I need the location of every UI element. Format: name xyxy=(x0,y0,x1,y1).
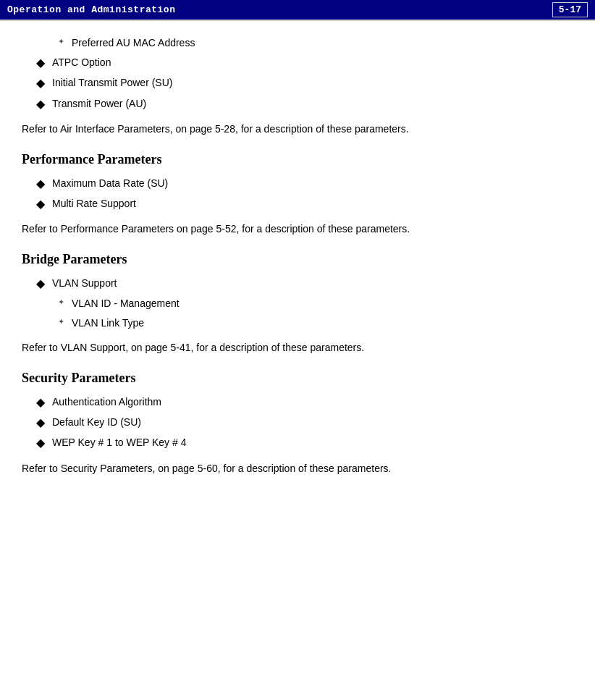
list-item: ◆ Default Key ID (SU) xyxy=(22,415,573,431)
sub-bullet-icon: ✦ xyxy=(58,35,64,49)
main-content: ✦ Preferred AU MAC Address ◆ ATPC Option… xyxy=(0,21,595,513)
bullet-text: VLAN Support xyxy=(52,276,117,291)
header-page: 5-17 xyxy=(552,2,588,17)
list-item: ◆ Multi Rate Support xyxy=(22,196,573,212)
bullet-icon: ◆ xyxy=(36,276,45,292)
sub-bullet-icon: ✦ xyxy=(58,296,64,309)
list-item: ✦ VLAN Link Type xyxy=(22,316,573,331)
bullet-icon: ◆ xyxy=(36,96,45,112)
bullet-text: Maximum Data Rate (SU) xyxy=(52,176,168,191)
bullet-text: Multi Rate Support xyxy=(52,196,136,211)
section-bridge: Bridge Parameters ◆ VLAN Support ✦ VLAN … xyxy=(22,252,573,356)
section-security: Security Parameters ◆ Authentication Alg… xyxy=(22,371,573,477)
header-title: Operation and Administration xyxy=(7,4,175,15)
refer-text-bridge: Refer to VLAN Support, on page 5-41, for… xyxy=(22,340,573,355)
section-heading-bridge: Bridge Parameters xyxy=(22,252,573,267)
bullet-icon: ◆ xyxy=(36,75,45,91)
list-item: ✦ VLAN ID - Management xyxy=(22,296,573,311)
list-item: ◆ VLAN Support xyxy=(22,276,573,292)
section-air-interface: ✦ Preferred AU MAC Address ◆ ATPC Option… xyxy=(22,35,573,138)
sub-bullet-text: VLAN Link Type xyxy=(72,316,144,331)
bullet-text: Default Key ID (SU) xyxy=(52,415,141,430)
bullet-icon: ◆ xyxy=(36,196,45,212)
bullet-text: ATPC Option xyxy=(52,55,111,70)
bullet-icon: ◆ xyxy=(36,435,45,451)
bullet-text: Transmit Power (AU) xyxy=(52,96,146,111)
refer-text-performance: Refer to Performance Parameters on page … xyxy=(22,221,573,237)
bullet-icon: ◆ xyxy=(36,415,45,431)
bullet-icon: ◆ xyxy=(36,395,45,410)
list-item: ✦ Preferred AU MAC Address xyxy=(22,35,573,51)
sub-bullet-icon: ✦ xyxy=(58,316,64,329)
bullet-text: Authentication Algorithm xyxy=(52,395,161,410)
bullet-text: WEP Key # 1 to WEP Key # 4 xyxy=(52,435,186,450)
list-item: ◆ Maximum Data Rate (SU) xyxy=(22,176,573,192)
section-heading-performance: Performance Parameters xyxy=(22,152,573,167)
bullet-icon: ◆ xyxy=(36,176,45,192)
bullet-icon: ◆ xyxy=(36,55,45,71)
section-performance: Performance Parameters ◆ Maximum Data Ra… xyxy=(22,152,573,237)
sub-bullet-text: VLAN ID - Management xyxy=(72,296,180,311)
refer-text: Refer to Air Interface Parameters, on pa… xyxy=(22,121,573,137)
sub-bullet-text: Preferred AU MAC Address xyxy=(72,35,195,51)
list-item: ◆ ATPC Option xyxy=(22,55,573,71)
header-bar: Operation and Administration 5-17 xyxy=(0,0,595,21)
section-heading-security: Security Parameters xyxy=(22,371,573,386)
list-item: ◆ Initial Transmit Power (SU) xyxy=(22,75,573,91)
bullet-text: Initial Transmit Power (SU) xyxy=(52,75,172,90)
refer-text-security: Refer to Security Parameters, on page 5-… xyxy=(22,460,573,476)
list-item: ◆ Authentication Algorithm xyxy=(22,395,573,410)
list-item: ◆ Transmit Power (AU) xyxy=(22,96,573,112)
list-item: ◆ WEP Key # 1 to WEP Key # 4 xyxy=(22,435,573,451)
